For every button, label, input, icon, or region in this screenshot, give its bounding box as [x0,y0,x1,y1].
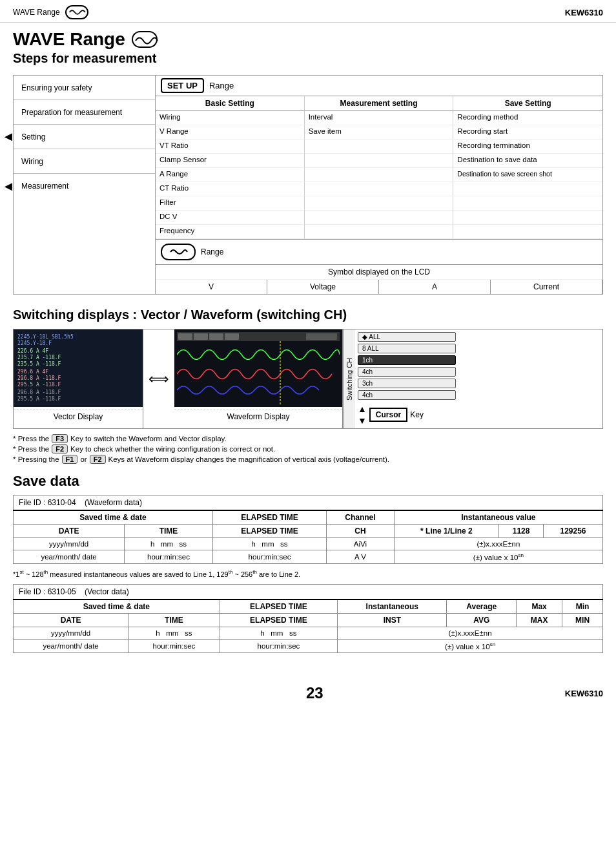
vcol-saved-time: Saved time & date [14,599,220,614]
vcol-min: Min [562,599,603,614]
cell-yearmonthdate: year/month/ date [14,550,125,564]
col-measurement: Measurement setting [305,96,454,111]
vector-display-wrapper: 2245.Y-18L SB1.5h5 2245.Y-18.F 226.6 A 4… [14,329,143,428]
cursor-key-row: ▲ ▼ Cursor Key [358,404,456,426]
arrow-down-icon: ▼ [358,415,367,426]
main-title: WAVE Range [13,29,125,50]
step-wiring: Wiring [14,149,155,174]
vector-label: Vector Display [14,410,143,423]
vcell-hmmss: h mm ss [128,627,220,640]
cell-5-2 [453,182,602,196]
vcol-time: TIME [128,614,220,627]
f3-key-badge: F3 [52,434,68,443]
header-title: WAVE Range [13,8,60,17]
svg-text:2245.Y-18L SB1.5h5: 2245.Y-18L SB1.5h5 [17,334,74,340]
vcol-elapsed: ELAPSED TIME [220,599,337,614]
col-ch: CH [327,525,395,538]
vcell-yearmonthdate: year/month/ date [14,640,128,653]
waveform-note: *1st ~ 128th measured instantaneous valu… [13,569,603,578]
footer-model: KEW6310 [565,689,603,698]
step-measurement: ◄ Measurement [14,174,155,198]
cursor-key-panel: ◆ ALL 8 ALL 1ch 4ch 3ch 4ch ▲ ▼ Cursor K… [355,329,458,428]
cell-3-0: Clamp Sensor [156,154,305,168]
waveform-display-screen [174,329,342,407]
ch-4ch-2: 4ch [358,390,456,400]
cell-hourmintsec: hour:min:sec [125,550,213,564]
col-elapsed-2: ELAPSED TIME [212,525,326,538]
setup-range-header: SET UP Range [156,76,602,96]
col-save: Save Setting [453,96,602,111]
ch-4ch-1: 4ch [358,367,456,377]
vcol-min-2: MIN [562,614,603,627]
vcell-hourmintsec-2: hour:min:sec [220,640,337,653]
svg-rect-13 [209,333,223,340]
col-elapsed: ELAPSED TIME [212,510,326,525]
waveform-data-table: File ID : 6310-04 (Waveform data) Saved … [13,495,603,564]
vcell-formula: (±)x.xxxE±nn [338,627,603,640]
symbol-section: Symbol displayed on the LCD V Voltage A … [156,264,602,294]
page-content: WAVE Range Steps for measurement Ensurin… [0,23,616,671]
ch-all-1: ◆ ALL [358,332,456,342]
vcol-instantaneous: Instantaneous [338,599,447,614]
header-left: WAVE Range [13,5,88,19]
cell-1-0: V Range [156,125,305,140]
cell-8-1 [305,225,454,239]
waveform-label: Waveform Display [174,410,342,423]
setup-col-headers: Basic Setting Measurement setting Save S… [156,96,602,111]
cell-aivi: AiVi [327,538,395,550]
setup-label: SET UP [161,78,204,93]
cell-7-0: DC V [156,211,305,225]
vcol-max-2: MAX [516,614,562,627]
cell-0-0: Wiring [156,111,305,125]
cell-0-2: Recording method [453,111,602,125]
cell-3-2: Destination to save data [453,154,602,168]
measurement-range-text: Range [201,247,223,256]
step-setting: ◄ Setting [14,125,155,149]
steps-container: Ensuring your safety Preparation for mea… [13,75,603,295]
steps-list: Ensuring your safety Preparation for mea… [13,75,155,295]
symbol-vac-row: V Voltage A Current [156,280,602,294]
cell-4-2: Destination to save screen shot [453,168,602,182]
switching-title: Switching displays : Vector / Waveform (… [13,307,603,322]
page-header: WAVE Range KEW6310 [0,0,616,23]
vcell-value-10sn: (±) value x 10sn [338,640,603,653]
cell-2-0: VT Ratio [156,140,305,154]
vector-data-table: File ID : 6310-05 (Vector data) Saved ti… [13,584,603,653]
cell-1-1: Save item [305,125,454,140]
svg-text:235.5 A -118.F: 235.5 A -118.F [17,361,61,367]
notes-section: * Press the F3 Key to switch the Wavefor… [13,434,603,464]
step-safety: Ensuring your safety [14,76,155,100]
symbol-voltage: Voltage [267,280,379,294]
svg-text:295.5 A -118.F: 295.5 A -118.F [17,382,61,388]
svg-text:296.8 A -118.F: 296.8 A -118.F [17,390,61,395]
vcell-yyyymmdd: yyyy/mm/dd [14,627,128,640]
cell-hmmss-2: h mm ss [212,538,326,550]
col-saved-time: Saved time & date [14,510,213,525]
col-instantaneous: Instantaneous value [394,510,602,525]
setup-table: SET UP Range Basic Setting Measurement s… [155,75,603,295]
display-arrow: ⟺ [143,329,174,428]
displays-row: 2245.Y-18L SB1.5h5 2245.Y-18.F 226.6 A 4… [13,329,603,429]
cell-value-10sn: (±) value x 10sn [394,550,602,564]
cell-yyyymmdd: yyyy/mm/dd [14,538,125,550]
note-3: * Pressing the F1 or F2 Keys at Waveform… [13,455,603,464]
cell-hourmintsec-2: hour:min:sec [212,550,326,564]
wave-icon-header [65,5,88,19]
svg-text:2245.Y-18.F: 2245.Y-18.F [17,340,52,346]
svg-text:226.6 A    4F: 226.6 A 4F [17,348,48,354]
vector-row-1: yyyy/mm/dd h mm ss h mm ss (±)x.xxxE±nn [14,627,603,640]
vcol-date: DATE [14,614,128,627]
cell-5-1 [305,182,454,196]
col-date: DATE [14,525,125,538]
svg-text:296.6 A    4F: 296.6 A 4F [17,369,48,375]
vcell-hmmss-2: h mm ss [220,627,337,640]
ch-all-2: 8 ALL [358,344,456,353]
svg-rect-11 [178,333,192,340]
svg-rect-15 [306,333,337,340]
symbol-a-char: A [379,280,490,294]
cell-0-1: Interval [305,111,454,125]
ch-1ch: 1ch [358,355,456,365]
cell-4-0: A Range [156,168,305,182]
f2-key-badge: F2 [52,444,68,453]
symbol-current: Current [490,280,602,294]
